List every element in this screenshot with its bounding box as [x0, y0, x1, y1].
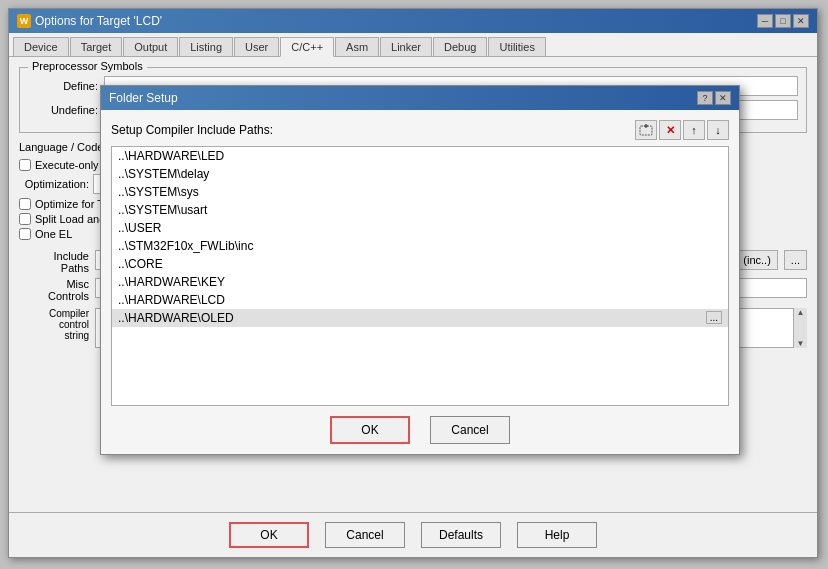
- tab-utilities[interactable]: Utilities: [488, 37, 545, 56]
- window-title: Options for Target 'LCD': [35, 14, 162, 28]
- browse-inline-button[interactable]: ...: [706, 311, 722, 324]
- app-icon: W: [17, 14, 31, 28]
- scroll-down-icon[interactable]: ▼: [797, 339, 805, 348]
- dialog-body: Setup Compiler Include Paths: ✕ ↑: [101, 110, 739, 454]
- tab-asm[interactable]: Asm: [335, 37, 379, 56]
- tab-linker[interactable]: Linker: [380, 37, 432, 56]
- define-label: Define:: [28, 80, 98, 92]
- maximize-button[interactable]: □: [775, 14, 791, 28]
- include-paths-browse-button[interactable]: (inc..): [736, 250, 778, 270]
- dialog-close-button[interactable]: ✕: [715, 91, 731, 105]
- dialog-title: Folder Setup: [109, 91, 178, 105]
- one-elf-checkbox[interactable]: [19, 228, 31, 240]
- list-item-selected[interactable]: ..\HARDWARE\OLED ...: [112, 309, 728, 327]
- bottom-button-bar: OK Cancel Defaults Help: [9, 512, 817, 557]
- minimize-button[interactable]: ─: [757, 14, 773, 28]
- tab-device[interactable]: Device: [13, 37, 69, 56]
- list-item[interactable]: ..\HARDWARE\KEY: [112, 273, 728, 291]
- list-item[interactable]: ..\STM32F10x_FWLib\inc: [112, 237, 728, 255]
- tab-target[interactable]: Target: [70, 37, 123, 56]
- dialog-delete-button[interactable]: ✕: [659, 120, 681, 140]
- list-item[interactable]: ..\CORE: [112, 255, 728, 273]
- tab-debug[interactable]: Debug: [433, 37, 487, 56]
- tab-strip: Device Target Output Listing User C/C++ …: [9, 33, 817, 57]
- ok-button[interactable]: OK: [229, 522, 309, 548]
- down-icon: ↓: [715, 124, 721, 136]
- list-item[interactable]: ..\HARDWARE\LCD: [112, 291, 728, 309]
- dialog-toolbar: ✕ ↑ ↓: [635, 120, 729, 140]
- execute-only-checkbox[interactable]: [19, 159, 31, 171]
- folder-setup-dialog: Folder Setup ? ✕ Setup Compiler Include …: [100, 85, 740, 455]
- dialog-header-row: Setup Compiler Include Paths: ✕ ↑: [111, 120, 729, 140]
- delete-icon: ✕: [666, 124, 675, 137]
- dialog-move-up-button[interactable]: ↑: [683, 120, 705, 140]
- include-paths-dots-button[interactable]: ...: [784, 250, 807, 270]
- help-button[interactable]: Help: [517, 522, 597, 548]
- dialog-cancel-button[interactable]: Cancel: [430, 416, 510, 444]
- misc-label: Misc Controls: [19, 278, 89, 302]
- list-item[interactable]: ..\SYSTEM\delay: [112, 165, 728, 183]
- one-elf-label: One EL: [35, 228, 72, 240]
- up-icon: ↑: [691, 124, 697, 136]
- list-item[interactable]: ..\HARDWARE\LED: [112, 147, 728, 165]
- list-item[interactable]: ..\SYSTEM\usart: [112, 201, 728, 219]
- undefine-label: Undefine:: [28, 104, 98, 116]
- compiler-scrollbar[interactable]: ▲ ▼: [793, 308, 807, 348]
- opt-label: Optimization:: [19, 178, 89, 190]
- tab-listing[interactable]: Listing: [179, 37, 233, 56]
- dialog-move-down-button[interactable]: ↓: [707, 120, 729, 140]
- dialog-header-label: Setup Compiler Include Paths:: [111, 123, 273, 137]
- close-button[interactable]: ✕: [793, 14, 809, 28]
- compiler-label: Compiler control string: [19, 308, 89, 341]
- title-bar: W Options for Target 'LCD' ─ □ ✕: [9, 9, 817, 33]
- include-paths-label: Include Paths: [19, 250, 89, 274]
- tab-output[interactable]: Output: [123, 37, 178, 56]
- split-load-checkbox[interactable]: [19, 213, 31, 225]
- optimize-time-checkbox[interactable]: [19, 198, 31, 210]
- scroll-up-icon[interactable]: ▲: [797, 308, 805, 317]
- dialog-bottom-row: OK Cancel: [111, 416, 729, 444]
- dialog-new-folder-button[interactable]: [635, 120, 657, 140]
- dialog-titlebar: Folder Setup ? ✕: [101, 86, 739, 110]
- dialog-help-button[interactable]: ?: [697, 91, 713, 105]
- preprocessor-label: Preprocessor Symbols: [28, 60, 147, 72]
- tab-user[interactable]: User: [234, 37, 279, 56]
- path-list[interactable]: ..\HARDWARE\LED ..\SYSTEM\delay ..\SYSTE…: [111, 146, 729, 406]
- list-item[interactable]: ..\USER: [112, 219, 728, 237]
- defaults-button[interactable]: Defaults: [421, 522, 501, 548]
- cancel-button[interactable]: Cancel: [325, 522, 405, 548]
- list-item[interactable]: ..\SYSTEM\sys: [112, 183, 728, 201]
- tab-cpp[interactable]: C/C++: [280, 37, 334, 57]
- dialog-ok-button[interactable]: OK: [330, 416, 410, 444]
